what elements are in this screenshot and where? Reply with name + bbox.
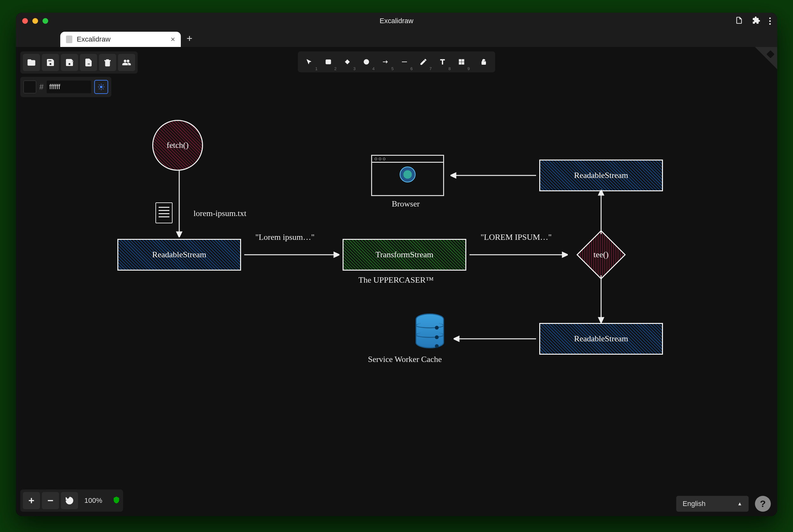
tab-strip: Excalidraw × + — [16, 29, 777, 47]
arrow-transform-tee — [469, 250, 568, 260]
readablestream-node-3[interactable]: ReadableStream — [539, 323, 663, 355]
svg-marker-31 — [450, 173, 456, 178]
minimize-window-button[interactable] — [32, 18, 38, 24]
svg-marker-27 — [562, 252, 568, 257]
close-window-button[interactable] — [22, 18, 28, 24]
browser-window: Excalidraw Excalidraw × + — [16, 13, 777, 516]
app-surface: # 1 2 3 4 — [16, 47, 777, 516]
arrow-fetch-readable — [174, 171, 184, 237]
window-title: Excalidraw — [380, 17, 413, 25]
maximize-window-button[interactable] — [42, 18, 48, 24]
svg-marker-33 — [599, 318, 604, 323]
tab-close-button[interactable]: × — [171, 35, 175, 44]
file-icon — [155, 203, 174, 225]
browser-label: Browser — [392, 199, 420, 209]
svg-marker-35 — [453, 336, 459, 341]
page-icon[interactable] — [735, 16, 743, 26]
lorem-lower-label: "Lorem ipsum…" — [255, 232, 315, 242]
window-controls — [22, 18, 48, 24]
sw-cache-label: Service Worker Cache — [368, 355, 442, 364]
transformstream-node[interactable]: TransformStream — [343, 239, 466, 271]
fetch-node[interactable]: fetch() — [152, 120, 203, 171]
arrow-tee-down — [596, 276, 606, 323]
favicon-icon — [66, 36, 72, 43]
browser-tab[interactable]: Excalidraw × — [60, 32, 181, 47]
menu-icon[interactable] — [769, 17, 771, 25]
tee-node[interactable]: tee() — [576, 230, 626, 280]
svg-marker-25 — [334, 252, 340, 257]
file-label: lorem-ipsum.txt — [193, 209, 247, 218]
arrow-readable2-browser — [450, 171, 536, 180]
uppercaser-label: The UPPERCASER™ — [359, 276, 433, 285]
arrow-tee-up — [596, 190, 606, 234]
canvas[interactable]: fetch() lorem-ipsum.txt ReadableStream "… — [16, 47, 777, 516]
arrow-readable-transform — [244, 250, 340, 260]
globe-icon — [400, 167, 415, 183]
database-icon — [415, 314, 444, 348]
lorem-upper-label: "LOREM IPSUM…" — [481, 232, 552, 242]
arrow-readable3-cache — [453, 334, 536, 344]
readablestream-node-1[interactable]: ReadableStream — [117, 239, 241, 271]
readablestream-node-2[interactable]: ReadableStream — [539, 159, 663, 191]
new-tab-button[interactable]: + — [187, 33, 193, 44]
browser-window-icon — [371, 155, 444, 196]
extensions-icon[interactable] — [752, 16, 760, 26]
svg-marker-23 — [177, 232, 182, 237]
title-bar: Excalidraw — [16, 13, 777, 29]
tab-label: Excalidraw — [77, 35, 110, 43]
